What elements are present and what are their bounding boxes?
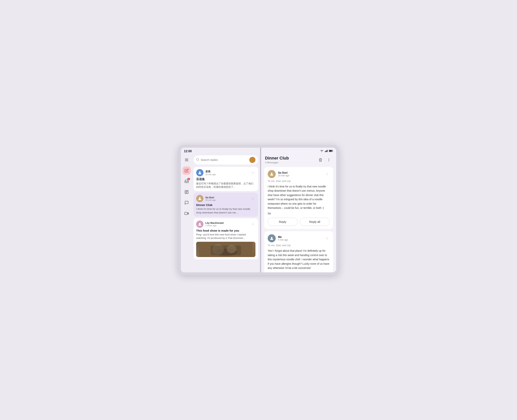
left-status-bar: 12:00 bbox=[181, 148, 260, 154]
search-input[interactable] bbox=[201, 158, 248, 161]
svg-point-14 bbox=[199, 223, 200, 224]
email-3-avatar bbox=[196, 220, 203, 228]
email-3-sender-info: Lily MacDonald 2 hours ago bbox=[205, 221, 248, 227]
svg-point-9 bbox=[197, 158, 199, 160]
svg-rect-20 bbox=[325, 151, 325, 152]
reply-all-button[interactable]: Reply all bbox=[300, 218, 330, 226]
message-2-star[interactable]: ☆ bbox=[324, 236, 330, 241]
svg-rect-23 bbox=[327, 150, 328, 152]
svg-point-27 bbox=[329, 158, 329, 159]
more-options-button[interactable] bbox=[325, 157, 332, 163]
svg-rect-25 bbox=[332, 150, 333, 151]
svg-point-28 bbox=[329, 160, 329, 160]
email-card-2-header: So Duri 20 min ago ☆ bbox=[196, 195, 255, 202]
status-time: 12:00 bbox=[184, 150, 192, 153]
message-1-sender-name: So Duri bbox=[278, 171, 322, 174]
message-2-sender-name: Me bbox=[278, 235, 322, 239]
device: 12:00 bbox=[178, 145, 339, 275]
svg-rect-26 bbox=[329, 150, 332, 151]
svg-point-11 bbox=[252, 158, 253, 160]
sidebar-item-menu[interactable] bbox=[182, 156, 191, 164]
sidebar: 4 bbox=[181, 154, 192, 272]
thread-count: 3 Messages bbox=[265, 161, 289, 164]
email-list: 老强 10 min ago ☆ 豆花鱼 最近忙吗？昨晚我去了你最爱的那家饭馆，点… bbox=[192, 154, 260, 272]
svg-rect-8 bbox=[185, 212, 187, 215]
sidebar-item-video[interactable] bbox=[182, 209, 191, 218]
inbox-badge: 4 bbox=[187, 178, 190, 180]
email-card-3[interactable]: Lily MacDonald 2 hours ago ☆ This food s… bbox=[193, 218, 258, 259]
email-2-star[interactable]: ☆ bbox=[250, 196, 255, 201]
email-2-time: 20 min ago bbox=[205, 199, 248, 201]
email-1-sender-name: 老强 bbox=[205, 170, 248, 173]
email-2-avatar bbox=[196, 195, 203, 202]
email-2-sender-name: So Duri bbox=[205, 196, 248, 199]
svg-point-29 bbox=[329, 161, 329, 161]
message-1-star[interactable]: ☆ bbox=[324, 171, 330, 177]
message-2-header: Me 4 min ago ☆ bbox=[268, 234, 330, 242]
thread-header: Dinner Club 3 Messages bbox=[261, 154, 336, 165]
delete-button[interactable] bbox=[317, 157, 324, 163]
svg-rect-21 bbox=[326, 151, 326, 152]
message-2-time: 4 min ago bbox=[278, 239, 322, 241]
message-2-body: Yes! I forgot about that place! I'm defi… bbox=[268, 249, 330, 270]
email-1-avatar bbox=[196, 169, 203, 176]
svg-rect-19 bbox=[211, 246, 241, 255]
message-2-to: To me, Ziad, and Lily bbox=[268, 244, 330, 247]
message-1-body: I think it's time for us to finally try … bbox=[268, 184, 330, 210]
message-card-1: So Duri 20 min ago ☆ To me, Ziad, and Li… bbox=[264, 167, 333, 229]
sidebar-item-compose[interactable] bbox=[182, 166, 191, 175]
wifi-icon bbox=[320, 150, 324, 153]
email-3-star[interactable]: ☆ bbox=[250, 221, 255, 227]
email-1-sender-info: 老强 10 min ago bbox=[205, 170, 248, 176]
email-2-preview: I think it's time for us to finally try … bbox=[196, 207, 255, 214]
messages-area[interactable]: So Duri 20 min ago ☆ To me, Ziad, and Li… bbox=[261, 165, 336, 272]
svg-marker-7 bbox=[187, 212, 189, 214]
email-3-image-inner bbox=[196, 242, 255, 257]
email-3-time: 2 hours ago bbox=[205, 224, 248, 227]
battery-icon bbox=[329, 150, 333, 153]
email-1-star[interactable]: ☆ bbox=[250, 170, 255, 175]
reply-button[interactable]: Reply bbox=[268, 218, 297, 226]
svg-point-13 bbox=[199, 197, 200, 199]
thread-actions bbox=[317, 157, 332, 163]
message-1-sign: So bbox=[268, 212, 330, 215]
message-card-2: Me 4 min ago ☆ To me, Ziad, and Lily Yes… bbox=[264, 231, 333, 272]
sidebar-item-notes[interactable] bbox=[182, 188, 191, 196]
message-1-sender-info: So Duri 20 min ago bbox=[278, 171, 322, 177]
message-1-header: So Duri 20 min ago ☆ bbox=[268, 170, 330, 178]
signal-icon bbox=[325, 150, 328, 153]
sidebar-item-chat[interactable] bbox=[182, 199, 191, 207]
left-sidebar-content: 4 bbox=[181, 154, 260, 272]
message-2-sender-info: Me 4 min ago bbox=[278, 235, 322, 241]
email-3-sender-name: Lily MacDonald bbox=[205, 221, 248, 224]
right-status-bar bbox=[261, 148, 336, 154]
email-card-1[interactable]: 老强 10 min ago ☆ 豆花鱼 最近忙吗？昨晚我去了你最爱的那家饭馆，点… bbox=[193, 167, 258, 191]
email-1-preview: 最近忙吗？昨晚我去了你最爱的那家饭馆，点了他们的特色豆花鱼，吃着吃着就想你了。 bbox=[196, 182, 255, 189]
email-2-sender-info: So Duri 20 min ago bbox=[205, 196, 248, 201]
message-2-avatar bbox=[268, 234, 276, 242]
user-avatar bbox=[249, 157, 255, 163]
svg-point-12 bbox=[199, 171, 200, 173]
right-panel: Dinner Club 3 Messages bbox=[261, 148, 336, 272]
message-1-reply-actions: Reply Reply all bbox=[268, 218, 330, 226]
email-3-preview: Ping– you'd love this new food show I st… bbox=[196, 233, 255, 240]
device-inner: 12:00 bbox=[181, 148, 336, 272]
message-1-avatar bbox=[268, 170, 276, 178]
email-3-subject: This food show is made for you bbox=[196, 229, 255, 232]
svg-rect-22 bbox=[326, 150, 327, 152]
svg-point-31 bbox=[271, 237, 273, 239]
sidebar-item-inbox[interactable]: 4 bbox=[182, 177, 191, 186]
email-1-time: 10 min ago bbox=[205, 173, 248, 176]
email-2-subject: Dinner Club bbox=[196, 203, 255, 207]
message-1-time: 20 min ago bbox=[278, 174, 322, 177]
email-card-1-header: 老强 10 min ago ☆ bbox=[196, 169, 255, 176]
search-icon bbox=[196, 158, 199, 162]
svg-point-30 bbox=[271, 173, 273, 174]
search-bar[interactable] bbox=[193, 155, 258, 165]
svg-line-10 bbox=[198, 160, 199, 161]
left-panel: 12:00 bbox=[181, 148, 261, 272]
email-card-2[interactable]: So Duri 20 min ago ☆ Dinner Club I think… bbox=[193, 193, 258, 217]
thread-title: Dinner Club bbox=[265, 156, 289, 161]
email-card-3-header: Lily MacDonald 2 hours ago ☆ bbox=[196, 220, 255, 228]
thread-title-area: Dinner Club 3 Messages bbox=[265, 156, 289, 164]
